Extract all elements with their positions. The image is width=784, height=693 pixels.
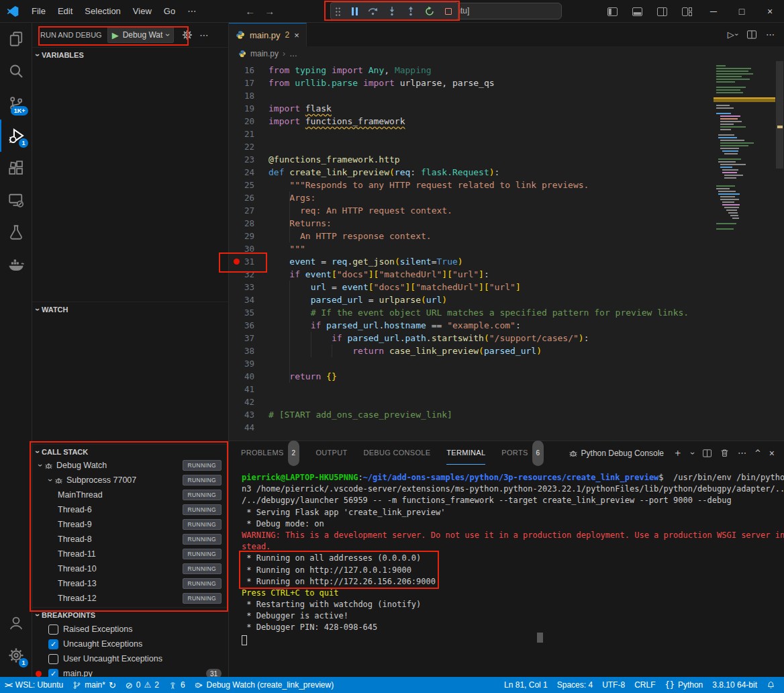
line-number[interactable]: 43	[229, 408, 268, 421]
status-encoding[interactable]: UTF-8	[597, 677, 630, 693]
customize-layout-icon[interactable]	[682, 7, 692, 16]
status-debug-session[interactable]: Debug Watch (create_link_preview)	[190, 677, 339, 693]
code-line[interactable]: 33 url = event["docs"]["matchedUrl"]["ur…	[229, 281, 784, 293]
line-number[interactable]: 44	[229, 421, 268, 434]
run-python-file-icon[interactable]: ▷›	[728, 30, 738, 40]
line-number[interactable]: 23	[229, 153, 268, 166]
settings-gear-icon[interactable]: 1	[0, 639, 32, 672]
call-stack-section-header[interactable]: › CALL STACK	[32, 444, 228, 459]
breakpoint-row[interactable]: User Uncaught Exceptions	[32, 651, 228, 666]
line-number[interactable]: 16	[229, 64, 268, 77]
line-number[interactable]: 38	[229, 344, 268, 357]
maximize-button[interactable]: □	[728, 0, 756, 23]
nav-forward-button[interactable]: →	[264, 5, 275, 17]
step-out-button[interactable]	[405, 6, 416, 17]
breakpoint-dot[interactable]	[234, 259, 240, 265]
variables-section-header[interactable]: › VARIABLES	[32, 47, 228, 62]
code-line[interactable]: 40 return {}	[229, 370, 784, 383]
panel-tab-problems[interactable]: PROBLEMS2	[241, 441, 299, 465]
code-line[interactable]: 25 """Responds to any HTTP request relat…	[229, 179, 784, 191]
panel-tab-output[interactable]: OUTPUT	[315, 441, 347, 465]
kill-terminal-icon[interactable]	[720, 449, 729, 457]
editor-more-actions-icon[interactable]: ⋯	[766, 30, 775, 40]
step-over-button[interactable]	[368, 6, 379, 17]
debug-gear-icon[interactable]	[182, 30, 193, 40]
call-stack-row[interactable]: Thread-6RUNNING	[32, 502, 228, 517]
nav-back-button[interactable]: ←	[245, 5, 255, 17]
more-actions-icon[interactable]: ⋯	[199, 30, 208, 40]
toggle-secondary-sidebar-icon[interactable]	[657, 7, 667, 16]
minimap[interactable]	[714, 61, 775, 441]
line-number[interactable]: 31	[229, 255, 268, 268]
tab-main-py[interactable]: main.py 2 ×	[229, 23, 307, 46]
run-and-debug-icon[interactable]: 1	[0, 120, 32, 152]
line-number[interactable]: 20	[229, 115, 268, 128]
line-number[interactable]: 34	[229, 293, 268, 306]
testing-icon[interactable]	[0, 216, 32, 248]
line-number[interactable]: 19	[229, 102, 268, 115]
menu-item-selection[interactable]: Selection	[79, 3, 126, 19]
code-line[interactable]: 43# [START add_ons_case_preview_link]	[229, 408, 784, 421]
code-line[interactable]: 20import functions_framework	[229, 115, 784, 128]
call-stack-row[interactable]: Thread-12RUNNING	[32, 591, 228, 606]
terminal[interactable]: pierrick@LAPTOP-HKU5PNNG:~/git/add-ons-s…	[229, 465, 784, 678]
line-number[interactable]: 18	[229, 89, 268, 102]
menu-item-go[interactable]: Go	[158, 3, 181, 19]
code-line[interactable]: 28 Returns:	[229, 217, 784, 230]
line-number[interactable]: 40	[229, 370, 268, 383]
close-panel-icon[interactable]: ×	[769, 448, 775, 459]
split-editor-icon[interactable]	[747, 30, 756, 39]
status-git-branch[interactable]: main*↻	[68, 677, 121, 693]
drag-grip-icon[interactable]	[335, 7, 341, 16]
toggle-panel-icon[interactable]	[632, 7, 642, 16]
code-line[interactable]: 23@functions_framework.http	[229, 153, 784, 166]
code-line[interactable]: 24def create_link_preview(req: flask.Req…	[229, 166, 784, 179]
accounts-icon[interactable]	[0, 607, 32, 639]
code-line[interactable]: 17from urllib.parse import urlparse, par…	[229, 77, 784, 89]
debug-console-selector[interactable]: Python Debug Console	[569, 449, 664, 458]
maximize-panel-icon[interactable]: ^	[755, 448, 761, 458]
code-line[interactable]: 16from typing import Any, Mapping	[229, 64, 784, 77]
code-line[interactable]: 36 if parsed_url.hostname == "example.co…	[229, 319, 784, 332]
remote-explorer-icon[interactable]	[0, 184, 32, 216]
scrollbar-thumb[interactable]	[776, 61, 783, 169]
new-terminal-icon[interactable]: ＋	[673, 447, 683, 459]
start-debug-icon[interactable]: ▶	[112, 30, 119, 40]
line-number[interactable]: 28	[229, 217, 268, 230]
docker-icon[interactable]	[0, 248, 32, 281]
toggle-sidebar-icon[interactable]	[607, 7, 618, 16]
line-number[interactable]: 27	[229, 204, 268, 217]
line-number[interactable]: 21	[229, 128, 268, 140]
breadcrumb-file[interactable]: main.py	[250, 49, 279, 58]
call-stack-row[interactable]: ›Subprocess 77007RUNNING	[32, 473, 228, 488]
status-ports-forwarded[interactable]: 6	[164, 677, 190, 693]
menu-item-edit[interactable]: Edit	[52, 3, 79, 19]
line-number[interactable]: 36	[229, 319, 268, 332]
line-number[interactable]: 37	[229, 332, 268, 344]
code-line[interactable]: 21	[229, 128, 784, 140]
pause-button[interactable]	[349, 6, 360, 17]
breakpoint-checkbox[interactable]	[48, 654, 58, 664]
stop-button[interactable]	[443, 6, 454, 17]
code-line[interactable]: 34 parsed_url = urlparse(url)	[229, 293, 784, 306]
panel-tab-debug-console[interactable]: DEBUG CONSOLE	[363, 441, 430, 465]
status-cursor-position[interactable]: Ln 81, Col 1	[499, 677, 552, 693]
breadcrumb-more[interactable]: …	[289, 49, 297, 58]
status-notifications[interactable]	[762, 677, 780, 693]
call-stack-row[interactable]: Thread-13RUNNING	[32, 576, 228, 591]
breakpoints-section-header[interactable]: › BREAKPOINTS	[32, 607, 228, 622]
line-number[interactable]: 24	[229, 166, 268, 179]
tab-close-icon[interactable]: ×	[294, 30, 299, 40]
split-terminal-icon[interactable]	[703, 449, 712, 457]
status-remote-indicator[interactable]: ><WSL: Ubuntu	[0, 677, 68, 693]
call-stack-row[interactable]: Thread-10RUNNING	[32, 561, 228, 576]
code-editor[interactable]: 16from typing import Any, Mapping17from …	[229, 61, 784, 441]
code-line[interactable]: 31 event = req.get_json(silent=True)	[229, 255, 784, 268]
breakpoint-checkbox[interactable]: ✓	[48, 639, 58, 649]
call-stack-row[interactable]: MainThreadRUNNING	[32, 488, 228, 502]
code-line[interactable]: 38 return case_link_preview(parsed_url)	[229, 344, 784, 357]
close-button[interactable]: ×	[756, 0, 784, 23]
terminal-dropdown-icon[interactable]: ›	[688, 452, 697, 455]
line-number[interactable]: 26	[229, 191, 268, 204]
status-indentation[interactable]: Spaces: 4	[552, 677, 597, 693]
